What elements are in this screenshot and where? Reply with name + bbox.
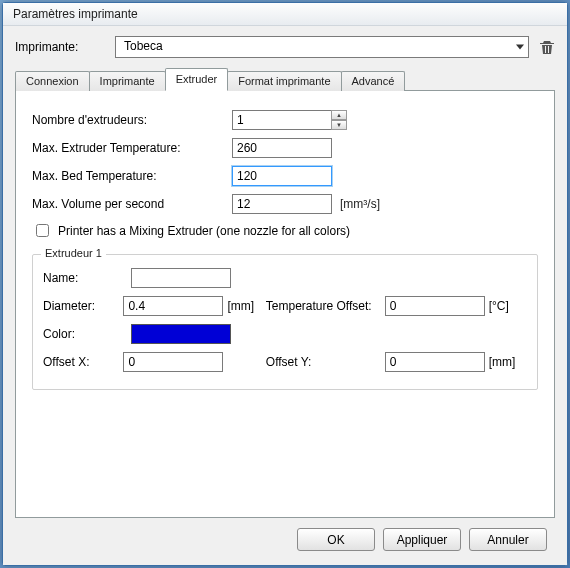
label-num-extruders: Nombre d'extrudeurs: [32, 113, 232, 127]
input-offset-y[interactable] [385, 352, 485, 372]
unit-temp-offset: [°C] [489, 299, 527, 313]
input-num-extruders[interactable] [232, 110, 332, 130]
group-legend: Extrudeur 1 [41, 247, 106, 259]
spinner-num-extruders: ▲ ▼ [331, 110, 347, 130]
input-offset-x[interactable] [123, 352, 223, 372]
row-num-extruders: Nombre d'extrudeurs: ▲ ▼ [32, 109, 538, 131]
label-temp-offset: Temperature Offset: [266, 299, 385, 313]
window-title: Paramètres imprimante [13, 7, 138, 21]
printer-selected-value: Tobeca [124, 39, 163, 53]
extruder-panel: Nombre d'extrudeurs: ▲ ▼ Max. Extruder T… [15, 90, 555, 518]
row-max-ext-temp: Max. Extruder Temperature: [32, 137, 538, 159]
tab-extruder[interactable]: Extruder [165, 68, 229, 91]
label-max-vol-sec: Max. Volume per second [32, 197, 232, 211]
label-max-bed-temp: Max. Bed Temperature: [32, 169, 232, 183]
row-offsets: Offset X: Offset Y: [mm] [43, 351, 527, 373]
row-diameter-temp: Diameter: [mm] Temperature Offset: [°C] [43, 295, 527, 317]
tab-imprimante[interactable]: Imprimante [89, 71, 166, 91]
row-name: Name: [43, 267, 527, 289]
row-max-vol-sec: Max. Volume per second [mm³/s] [32, 193, 538, 215]
row-color: Color: [43, 323, 527, 345]
label-offset-y: Offset Y: [266, 355, 385, 369]
printer-combobox[interactable]: Tobeca [115, 36, 529, 58]
spinner-up-button[interactable]: ▲ [331, 110, 347, 120]
row-mixing-check: Printer has a Mixing Extruder (one nozzl… [32, 221, 538, 240]
delete-printer-button[interactable] [539, 39, 555, 55]
label-diameter: Diameter: [43, 299, 123, 313]
label-name: Name: [43, 271, 131, 285]
tab-connexion[interactable]: Connexion [15, 71, 90, 91]
unit-diameter: [mm] [227, 299, 265, 313]
tab-bar: Connexion Imprimante Extruder Format imp… [15, 66, 555, 90]
input-max-vol-sec[interactable] [232, 194, 332, 214]
label-mixing-extruder: Printer has a Mixing Extruder (one nozzl… [58, 224, 350, 238]
label-color: Color: [43, 327, 131, 341]
input-temp-offset[interactable] [385, 296, 485, 316]
cancel-button[interactable]: Annuler [469, 528, 547, 551]
printer-settings-window: Paramètres imprimante Imprimante: Tobeca… [2, 2, 568, 566]
unit-offset-y: [mm] [489, 355, 527, 369]
row-max-bed-temp: Max. Bed Temperature: [32, 165, 538, 187]
tab-format-imprimante[interactable]: Format imprimante [227, 71, 341, 91]
window-titlebar: Paramètres imprimante [3, 3, 567, 26]
input-max-ext-temp[interactable] [232, 138, 332, 158]
input-name[interactable] [131, 268, 231, 288]
chevron-down-icon [516, 45, 524, 50]
tab-advance[interactable]: Advancé [341, 71, 406, 91]
input-max-bed-temp[interactable] [232, 166, 332, 186]
label-offset-x: Offset X: [43, 355, 123, 369]
group-extruder-1: Extrudeur 1 Name: Diameter: [mm] Tempera… [32, 254, 538, 390]
dialog-button-bar: OK Appliquer Annuler [15, 518, 555, 561]
printer-select-row: Imprimante: Tobeca [15, 36, 555, 58]
apply-button[interactable]: Appliquer [383, 528, 461, 551]
printer-label: Imprimante: [15, 40, 105, 54]
unit-max-vol-sec: [mm³/s] [340, 197, 380, 211]
window-content: Imprimante: Tobeca Connexion Imprimante … [3, 26, 567, 565]
input-diameter[interactable] [123, 296, 223, 316]
spinner-down-button[interactable]: ▼ [331, 120, 347, 130]
checkbox-mixing-extruder[interactable] [36, 224, 49, 237]
label-max-ext-temp: Max. Extruder Temperature: [32, 141, 232, 155]
color-swatch[interactable] [131, 324, 231, 344]
ok-button[interactable]: OK [297, 528, 375, 551]
